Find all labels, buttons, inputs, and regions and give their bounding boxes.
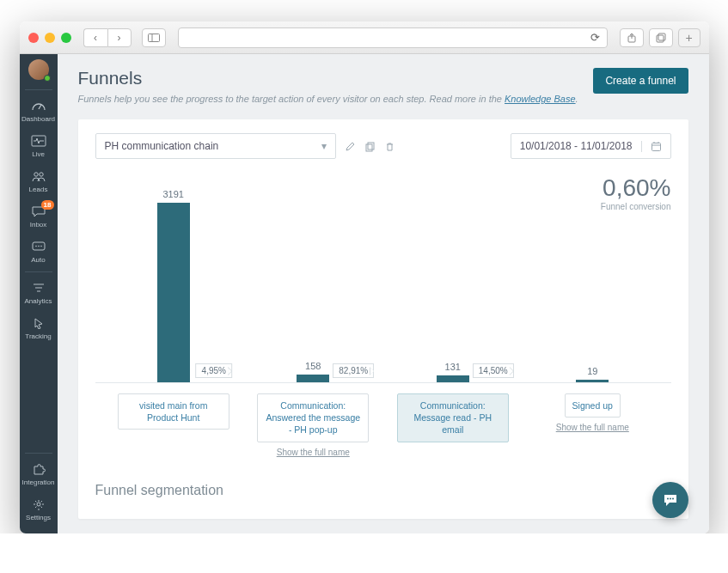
funnel-chart: 31914,95%15882,91%13114,50%19 <box>95 177 671 383</box>
pulse-icon <box>30 133 47 149</box>
funnel-step-box[interactable]: Communication: Message read - PH email <box>397 393 509 442</box>
forward-button[interactable]: › <box>107 28 132 47</box>
bar-value-label: 131 <box>445 362 461 372</box>
funnel-step: Communication: Message read - PH email <box>383 393 523 457</box>
svg-rect-18 <box>368 143 374 149</box>
sidebar-item-analytics[interactable]: Analytics <box>20 275 58 310</box>
page-subtitle: Funnels help you see the progress to the… <box>78 94 578 104</box>
sidebar-item-auto[interactable]: Auto <box>20 234 58 269</box>
close-window-icon[interactable] <box>28 33 39 43</box>
trash-icon[interactable] <box>384 141 395 152</box>
share-button[interactable] <box>620 28 644 47</box>
sidebar-item-label: Analytics <box>24 297 52 305</box>
svg-rect-0 <box>148 34 159 41</box>
sidebar-item-label: Dashboard <box>21 115 55 123</box>
svg-point-24 <box>670 498 671 500</box>
tabs-button[interactable] <box>649 28 673 47</box>
create-funnel-button[interactable]: Create a funnel <box>593 68 688 94</box>
edit-icon[interactable] <box>345 141 356 152</box>
inbox-badge: 18 <box>41 200 54 210</box>
svg-point-8 <box>39 173 42 176</box>
funnel-bar-col: 31914,95% <box>104 189 244 383</box>
funnel-card: PH communication chain ▾ 10/01/2018 - 11… <box>78 119 688 519</box>
bar-value-label: 158 <box>305 361 321 371</box>
sidebar-item-label: Inbox <box>30 221 47 229</box>
page-header: Funnels Funnels help you see the progres… <box>58 54 709 113</box>
address-bar[interactable]: ⟳ <box>178 27 608 48</box>
auto-message-icon <box>30 239 47 254</box>
date-range-label: 10/01/2018 - 11/01/2018 <box>520 140 633 152</box>
users-icon <box>30 168 47 184</box>
sidebar: Dashboard Live Leads 18 Inbox Auto <box>20 54 58 533</box>
funnel-bar-col: 19 <box>523 366 663 383</box>
svg-point-11 <box>38 246 40 247</box>
funnel-step: visited main from Product Hunt <box>104 393 244 457</box>
sidebar-item-tracking[interactable]: Tracking <box>20 310 58 345</box>
sidebar-item-inbox[interactable]: 18 Inbox <box>20 198 58 234</box>
main-content: Funnels Funnels help you see the progres… <box>58 54 709 533</box>
funnel-step: Communication: Answered the message - PH… <box>243 393 383 457</box>
svg-point-23 <box>667 498 669 500</box>
svg-point-25 <box>672 498 674 500</box>
funnel-step-labels: visited main from Product HuntCommunicat… <box>95 393 671 457</box>
funnel-bar-col: 13114,50% <box>383 362 523 383</box>
svg-rect-17 <box>366 144 372 151</box>
sidebar-item-label: Leads <box>29 186 48 193</box>
maximize-window-icon[interactable] <box>61 33 71 43</box>
sidebar-item-leads[interactable]: Leads <box>20 163 58 198</box>
funnel-icon <box>30 280 47 296</box>
svg-rect-3 <box>657 35 664 42</box>
sidebar-item-label: Settings <box>26 514 51 521</box>
funnel-toolbar: PH communication chain ▾ 10/01/2018 - 11… <box>95 133 671 159</box>
presence-indicator <box>44 75 51 82</box>
funnel-step: Signed upShow the full name <box>523 393 663 457</box>
sidebar-item-live[interactable]: Live <box>20 128 58 163</box>
calendar-icon <box>641 141 662 152</box>
svg-rect-19 <box>652 143 660 150</box>
bar-value-label: 3191 <box>163 189 184 199</box>
minimize-window-icon[interactable] <box>45 33 55 43</box>
gauge-icon <box>30 98 47 113</box>
cursor-icon <box>30 315 47 331</box>
step-rate-badge: 82,91% <box>333 363 374 378</box>
gear-icon <box>30 497 47 512</box>
funnel-step-box[interactable]: Communication: Answered the message - PH… <box>257 393 369 442</box>
kb-link[interactable]: Knowledge Base <box>505 94 576 104</box>
nav-buttons: ‹ › <box>83 28 132 47</box>
chevron-down-icon: ▾ <box>321 140 327 152</box>
svg-point-12 <box>40 246 42 247</box>
svg-rect-4 <box>658 34 665 40</box>
funnel-bar-col: 15882,91% <box>243 361 383 383</box>
funnel-step-box[interactable]: Signed up <box>565 393 621 418</box>
sidebar-item-label: Live <box>32 150 45 158</box>
sidebar-item-label: Integration <box>22 479 55 486</box>
funnel-bar[interactable] <box>157 203 190 383</box>
funnel-step-box[interactable]: visited main from Product Hunt <box>118 393 229 430</box>
svg-point-7 <box>34 173 37 176</box>
svg-point-16 <box>37 503 40 506</box>
funnel-select[interactable]: PH communication chain ▾ <box>95 133 336 159</box>
new-tab-button[interactable]: + <box>678 28 700 47</box>
sidebar-item-dashboard[interactable]: Dashboard <box>20 93 58 128</box>
user-avatar[interactable] <box>28 59 49 80</box>
back-button[interactable]: ‹ <box>83 28 107 47</box>
sidebar-item-settings[interactable]: Settings <box>20 491 58 527</box>
reload-icon[interactable]: ⟳ <box>590 31 600 44</box>
date-range-picker[interactable]: 10/01/2018 - 11/01/2018 <box>511 133 671 159</box>
sidebar-item-label: Auto <box>31 256 45 264</box>
copy-icon[interactable] <box>364 141 376 152</box>
bar-value-label: 19 <box>587 366 597 376</box>
puzzle-icon <box>30 461 47 477</box>
sidebar-toggle-button[interactable] <box>142 28 166 47</box>
segmentation-title: Funnel segmentation <box>95 483 671 498</box>
chat-fab[interactable] <box>652 482 688 518</box>
funnel-select-label: PH communication chain <box>105 140 219 152</box>
show-full-name-link[interactable]: Show the full name <box>277 448 350 457</box>
window-controls <box>28 33 71 43</box>
browser-window: ‹ › ⟳ + Dashboard <box>20 21 709 533</box>
step-rate-badge: 4,95% <box>196 363 232 378</box>
app-root: Dashboard Live Leads 18 Inbox Auto <box>20 54 709 533</box>
sidebar-item-integration[interactable]: Integration <box>20 456 58 491</box>
svg-line-5 <box>39 105 41 109</box>
show-full-name-link[interactable]: Show the full name <box>556 423 629 432</box>
